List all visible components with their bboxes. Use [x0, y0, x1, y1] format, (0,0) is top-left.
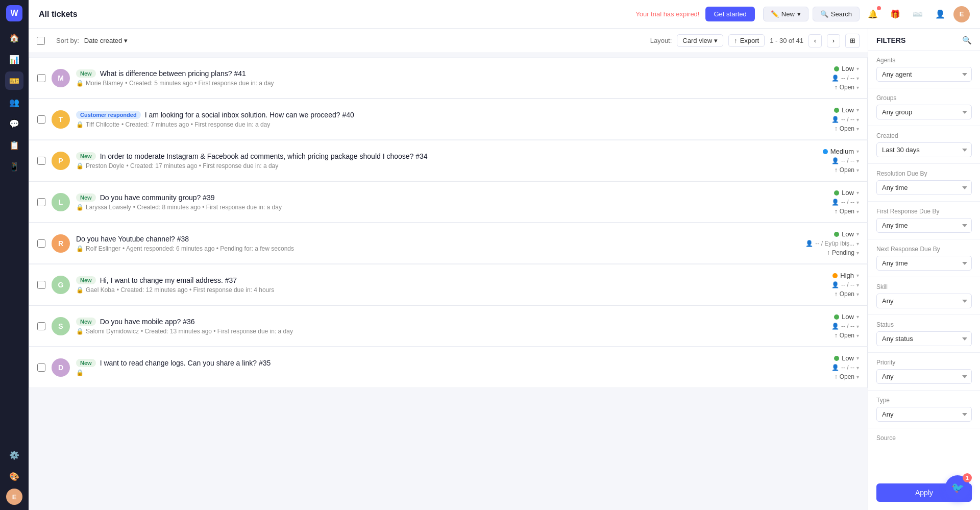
- keyboard-button[interactable]: ⌨️: [909, 5, 927, 23]
- filter-group-groups: Groups Any group: [868, 88, 980, 126]
- ticket-checkbox[interactable]: [37, 157, 45, 165]
- sort-chevron-icon: ▾: [124, 37, 128, 44]
- groups-filter-select[interactable]: Any group: [876, 105, 972, 119]
- priority-row: Low ▾: [834, 65, 859, 72]
- chatwoot-fab[interactable]: 🐦 1: [945, 475, 970, 500]
- ticket-top: New What is difference between pricing p…: [76, 69, 777, 78]
- next-response-filter-select[interactable]: Any time: [876, 256, 972, 271]
- status-row: ↑ Open ▾: [835, 290, 859, 298]
- notifications-button[interactable]: 🔔: [864, 5, 882, 23]
- ticket-right: Low ▾ 👤 -- / -- ▾ ↑ Open ▾: [777, 313, 859, 339]
- skill-filter-select[interactable]: Any: [876, 294, 972, 308]
- new-icon: ✏️: [771, 10, 779, 18]
- sidebar-item-home[interactable]: 🏠: [5, 29, 23, 47]
- pagination-prev[interactable]: ‹: [808, 34, 822, 47]
- status-icon: ↑: [835, 373, 838, 380]
- ticket-badge: New: [76, 318, 96, 326]
- resolution-filter-select[interactable]: Any time: [876, 180, 972, 195]
- sidebar-item-conversations[interactable]: 💬: [5, 114, 23, 133]
- chatwoot-fab-icon: 🐦: [951, 481, 964, 494]
- person-icon: 👤: [831, 323, 839, 330]
- layout-button[interactable]: Card view ▾: [677, 34, 723, 47]
- agent-icon: 🔒: [76, 328, 84, 335]
- status-label: Open: [840, 373, 854, 380]
- table-row[interactable]: L New Do you have community group? #39 🔒…: [29, 181, 868, 223]
- new-button[interactable]: ✏️ New ▾: [763, 7, 808, 21]
- search-button[interactable]: 🔍 Search: [813, 7, 860, 21]
- sidebar-user-avatar[interactable]: E: [6, 489, 22, 505]
- ticket-top: New In order to moderate Instagram & Fac…: [76, 152, 777, 160]
- ticket-top: Customer responded I am looking for a so…: [76, 111, 777, 119]
- gifts-button[interactable]: 🎁: [886, 5, 904, 23]
- get-started-button[interactable]: Get started: [705, 7, 754, 21]
- first-response-filter-label: First response due by: [876, 208, 972, 215]
- agents-filter-select[interactable]: Any agent: [876, 67, 972, 82]
- status-label: Open: [840, 332, 854, 339]
- agent-icon: 🔒: [76, 80, 84, 87]
- priority-row: Low ▾: [834, 230, 859, 238]
- ticket-title: In order to moderate Instagram & Faceboo…: [100, 152, 428, 160]
- ticket-badge: New: [76, 152, 96, 160]
- assignee-chevron-icon: ▾: [856, 365, 859, 371]
- user-avatar[interactable]: E: [953, 6, 970, 22]
- priority-chevron-icon: ▾: [856, 231, 859, 237]
- filters-search-icon[interactable]: 🔍: [962, 36, 972, 45]
- table-row[interactable]: P New In order to moderate Instagram & F…: [29, 140, 868, 181]
- assignee-label: -- / --: [841, 323, 854, 330]
- ticket-checkbox[interactable]: [37, 363, 45, 372]
- ticket-checkbox[interactable]: [37, 115, 45, 124]
- assignee-label: -- / Eyüp ibiş...: [815, 240, 854, 247]
- priority-filter-select[interactable]: Any: [876, 369, 972, 384]
- pagination-next[interactable]: ›: [827, 34, 840, 47]
- sidebar: W 🏠 📊 🎫 👥 💬 📋 📱 ⚙️ 🎨 E: [0, 0, 29, 510]
- sidebar-item-reports[interactable]: 📊: [5, 50, 23, 68]
- created-filter-select[interactable]: Last 30 days: [876, 142, 972, 157]
- status-row: ↑ Open ▾: [835, 332, 859, 339]
- sort-button[interactable]: Date created ▾: [84, 37, 128, 44]
- table-row[interactable]: M New What is difference between pricing…: [29, 57, 868, 99]
- status-icon: ↑: [835, 208, 838, 215]
- grid-view-button[interactable]: ⊞: [845, 34, 860, 48]
- sidebar-item-lists[interactable]: 📋: [5, 136, 23, 154]
- table-row[interactable]: S New Do you have mobile app? #36 🔒 Salo…: [29, 305, 868, 347]
- sidebar-item-channels[interactable]: 📱: [5, 157, 23, 176]
- ticket-top: New Do you have mobile app? #36: [76, 318, 777, 326]
- ticket-checkbox[interactable]: [37, 322, 45, 330]
- table-row[interactable]: D New I want to read change logs. Can yo…: [29, 347, 868, 388]
- status-row: ↑ Open ▾: [835, 166, 859, 174]
- status-filter-select[interactable]: Any status: [876, 331, 972, 346]
- assignee-chevron-icon: ▾: [856, 76, 859, 81]
- status-chevron-icon: ▾: [856, 333, 859, 338]
- person-icon: 👤: [831, 157, 839, 164]
- type-filter-select[interactable]: Any: [876, 407, 972, 422]
- table-row[interactable]: T Customer responded I am looking for a …: [29, 99, 868, 140]
- export-label: Export: [740, 37, 760, 44]
- table-row[interactable]: R Do you have Youtube channel? #38 🔒 Rol…: [29, 223, 868, 264]
- sidebar-item-tickets[interactable]: 🎫: [5, 71, 23, 90]
- ticket-area: Sort by: Date created ▾ Layout: Card vie…: [29, 29, 868, 510]
- table-row[interactable]: G New Hi, I want to change my email addr…: [29, 264, 868, 305]
- ticket-checkbox[interactable]: [37, 74, 45, 82]
- person-icon: 👤: [831, 281, 839, 288]
- export-button[interactable]: ↑ Export: [728, 34, 765, 47]
- ticket-checkbox[interactable]: [37, 198, 45, 206]
- sidebar-item-contacts[interactable]: 👥: [5, 93, 23, 111]
- assign-row: 👤 -- / -- ▾: [831, 281, 859, 288]
- assignee-chevron-icon: ▾: [856, 158, 859, 164]
- sidebar-item-settings[interactable]: ⚙️: [5, 446, 23, 464]
- ticket-checkbox[interactable]: [37, 239, 45, 248]
- ticket-info: New I want to read change logs. Can you …: [76, 359, 777, 376]
- sidebar-item-appearance[interactable]: 🎨: [5, 467, 23, 485]
- resolution-filter-label: Resolution due by: [876, 170, 972, 177]
- ticket-meta: 🔒 Preston Doyle • Created: 17 minutes ag…: [76, 162, 777, 169]
- app-logo[interactable]: W: [6, 5, 22, 21]
- layout-value: Card view: [682, 37, 712, 44]
- first-response-filter-select[interactable]: Any time: [876, 218, 972, 233]
- ticket-checkbox[interactable]: [37, 281, 45, 289]
- filter-group-first-response: First response due by Any time: [868, 202, 980, 239]
- status-row: ↑ Open ▾: [835, 84, 859, 91]
- select-all-checkbox[interactable]: [37, 37, 45, 45]
- user-icon-button[interactable]: 👤: [931, 5, 949, 23]
- filter-group-priority: Priority Any: [868, 353, 980, 391]
- agents-filter-label: Agents: [876, 57, 972, 64]
